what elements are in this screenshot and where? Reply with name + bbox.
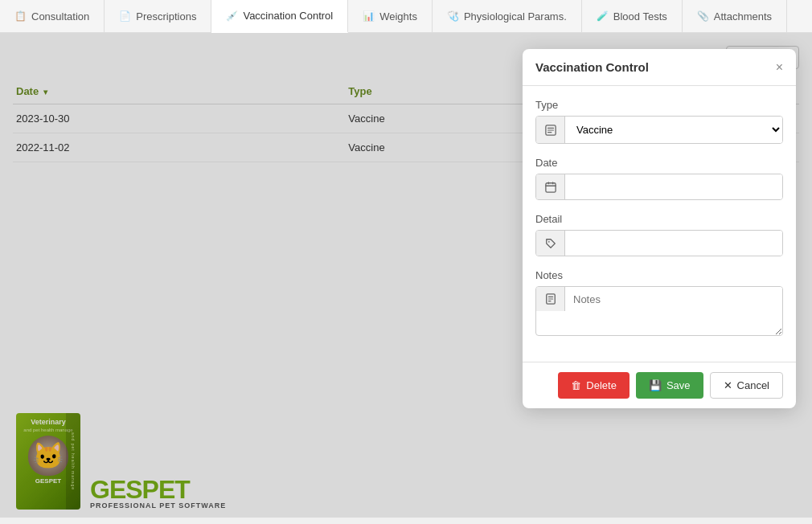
type-input-wrapper: Vaccine Deworming Other (535, 116, 783, 144)
type-select[interactable]: Vaccine Deworming Other (565, 117, 782, 143)
prescriptions-icon: 📄 (119, 10, 131, 22)
physio-icon: 🩺 (447, 10, 459, 22)
notes-textarea-wrapper (535, 286, 783, 336)
tab-vaccination-label: Vaccination Control (243, 10, 333, 22)
vaccination-modal: Vaccination Control × Type Vaccine Dewor… (523, 49, 796, 408)
notes-icon (536, 287, 565, 311)
date-form-group: Date 2023-10-30 (535, 157, 783, 200)
blood-icon: 🧪 (597, 10, 609, 22)
attachments-icon: 📎 (697, 10, 709, 22)
tab-attachments-label: Attachments (714, 10, 772, 23)
main-content: + Add new Date ▾ Type Detail 2023-10-30 … (0, 33, 812, 518)
save-icon: 💾 (649, 379, 662, 391)
tab-physiological-params[interactable]: 🩺 Physiological Params. (433, 0, 582, 32)
date-input[interactable]: 2023-10-30 (565, 174, 782, 199)
detail-form-group: Detail Rabies (535, 213, 783, 256)
cancel-icon: ✕ (724, 379, 732, 391)
weights-icon: 📊 (363, 10, 375, 22)
tab-consultation-label: Consultation (31, 10, 89, 23)
date-label: Date (535, 157, 783, 169)
modal-title: Vaccination Control (535, 60, 649, 74)
save-label: Save (666, 379, 691, 391)
tab-attachments[interactable]: 📎 Attachments (683, 0, 787, 32)
tag-icon (536, 231, 565, 256)
cancel-button[interactable]: ✕ Cancel (710, 372, 783, 399)
modal-header: Vaccination Control × (523, 49, 796, 86)
modal-body: Type Vaccine Deworming Other Da (523, 86, 796, 362)
tab-prescriptions[interactable]: 📄 Prescriptions (105, 0, 211, 32)
trash-icon: 🗑 (571, 379, 581, 391)
detail-input-wrapper: Rabies (535, 230, 783, 256)
tab-consultation[interactable]: 📋 Consultation (0, 0, 105, 32)
notes-label: Notes (535, 269, 783, 281)
date-input-wrapper: 2023-10-30 (535, 174, 783, 200)
tab-vaccination-control[interactable]: 💉 Vaccination Control (211, 0, 348, 33)
svg-point-2 (547, 240, 549, 242)
modal-footer: 🗑 Delete 💾 Save ✕ Cancel (523, 362, 796, 408)
type-form-group: Type Vaccine Deworming Other (535, 99, 783, 144)
tab-blood-tests[interactable]: 🧪 Blood Tests (582, 0, 683, 32)
tab-physio-label: Physiological Params. (464, 10, 567, 23)
delete-label: Delete (586, 379, 617, 391)
svg-rect-1 (545, 182, 555, 191)
type-icon (536, 117, 565, 143)
modal-close-button[interactable]: × (776, 61, 783, 74)
detail-label: Detail (535, 213, 783, 225)
tab-blood-label: Blood Tests (613, 10, 667, 23)
delete-button[interactable]: 🗑 Delete (558, 372, 630, 399)
tab-weights-label: Weights (379, 10, 417, 23)
cancel-label: Cancel (737, 379, 769, 391)
type-label: Type (535, 99, 783, 111)
tab-weights[interactable]: 📊 Weights (348, 0, 433, 32)
vaccination-icon: 💉 (226, 10, 238, 22)
notes-textarea[interactable] (565, 287, 782, 335)
modal-overlay: Vaccination Control × Type Vaccine Dewor… (0, 33, 812, 518)
tab-prescriptions-label: Prescriptions (136, 10, 196, 23)
calendar-icon (536, 174, 565, 199)
save-button[interactable]: 💾 Save (636, 372, 703, 399)
consultation-icon: 📋 (14, 10, 27, 22)
tab-bar: 📋 Consultation 📄 Prescriptions 💉 Vaccina… (0, 0, 812, 33)
notes-form-group: Notes (535, 269, 783, 336)
detail-input[interactable]: Rabies (565, 231, 782, 256)
